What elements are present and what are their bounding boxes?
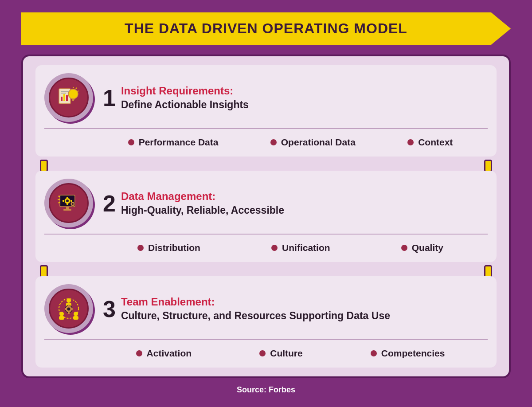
source-value: Forbes	[269, 385, 295, 394]
svg-rect-21	[70, 200, 72, 202]
row-top-1: 1 Insight Requirements: Define Actionabl…	[44, 73, 488, 122]
svg-point-4	[68, 89, 78, 99]
row-number-2: 2	[103, 192, 116, 215]
row-heading-2: 2 Data Management: High-Quality, Reliabl…	[103, 190, 284, 216]
bullet-label-2c: Quality	[412, 243, 443, 253]
bullet-item-2b: Unification	[271, 243, 330, 253]
row-top-2: 2 Data Management: High-Quality, Reliabl…	[44, 179, 488, 227]
bullet-row-2: Distribution Unification Quality	[44, 240, 488, 255]
bullet-label-3a: Activation	[147, 348, 192, 359]
svg-point-35	[67, 308, 70, 311]
bullet-item-2c: Quality	[401, 243, 443, 253]
svg-rect-3	[66, 95, 68, 101]
main-title: THE DATA DRIVEN OPERATING MODEL	[39, 20, 493, 37]
row-heading-1: 1 Insight Requirements: Define Actionabl…	[103, 85, 249, 111]
bullet-row-1: Performance Data Operational Data Contex…	[44, 134, 488, 149]
bullet-dot-1a	[128, 139, 134, 145]
row-section-1: 1 Insight Requirements: Define Actionabl…	[35, 65, 497, 157]
connector-1	[35, 161, 497, 171]
source-footer: Source: Forbes	[237, 385, 295, 395]
bullet-item-3b: Culture	[259, 348, 303, 359]
row-section-2: 2 Data Management: High-Quality, Reliabl…	[35, 171, 497, 262]
bullet-label-2a: Distribution	[148, 243, 200, 253]
svg-rect-1	[61, 97, 63, 101]
row-label-2: Data Management:	[121, 190, 284, 203]
bullet-dot-2c	[401, 245, 407, 251]
bullet-row-3: Activation Culture Competencies	[44, 345, 488, 360]
svg-rect-19	[66, 203, 68, 205]
svg-rect-18	[66, 197, 68, 199]
row-sub-2: High-Quality, Reliable, Accessible	[121, 204, 284, 216]
row-label-1: Insight Requirements:	[121, 85, 249, 97]
title-banner: THE DATA DRIVEN OPERATING MODEL	[21, 12, 511, 45]
bullet-item-3a: Activation	[136, 348, 192, 359]
svg-point-28	[66, 298, 71, 303]
divider-1	[44, 128, 488, 129]
insights-icon	[49, 78, 89, 117]
svg-point-23	[72, 203, 74, 205]
svg-rect-31	[59, 316, 64, 320]
connector-dot-right-1	[484, 160, 492, 172]
bullet-label-1a: Performance Data	[139, 137, 219, 148]
svg-rect-33	[73, 316, 78, 320]
row-text-2: Data Management: High-Quality, Reliable,…	[121, 190, 284, 216]
bullet-item-1b: Operational Data	[270, 137, 356, 148]
row-number-3: 3	[103, 297, 116, 321]
connector-dot-right-2	[484, 265, 492, 278]
svg-rect-14	[66, 207, 69, 209]
main-content: 1 Insight Requirements: Define Actionabl…	[21, 55, 511, 378]
row-heading-3: 3 Team Enablement: Culture, Structure, a…	[103, 296, 390, 322]
bullet-dot-3a	[136, 350, 142, 356]
connector-dot-left-1	[40, 160, 48, 172]
icon-circle-3	[44, 284, 93, 333]
bullet-dot-2b	[271, 245, 278, 251]
svg-rect-36	[68, 305, 70, 307]
bullet-dot-3b	[259, 350, 266, 356]
svg-point-32	[74, 312, 78, 316]
bullet-item-1a: Performance Data	[128, 137, 219, 148]
svg-rect-37	[68, 312, 70, 314]
bullet-dot-3c	[371, 350, 377, 356]
bullet-item-1c: Context	[407, 137, 453, 148]
bullet-dot-1b	[270, 139, 277, 145]
icon-circle-1	[44, 73, 93, 122]
icon-circle-2	[44, 179, 93, 227]
management-icon	[49, 183, 89, 223]
row-sub-3: Culture, Structure, and Resources Suppor…	[121, 310, 390, 322]
svg-rect-20	[63, 200, 64, 202]
svg-line-11	[78, 91, 78, 91]
svg-rect-38	[65, 308, 67, 310]
connector-dot-left-2	[40, 265, 48, 278]
source-label: Source:	[237, 385, 266, 394]
svg-line-10	[76, 88, 77, 89]
divider-2	[44, 234, 488, 235]
bullet-label-2b: Unification	[282, 243, 330, 253]
row-number-1: 1	[103, 86, 116, 110]
bullet-item-2a: Distribution	[137, 243, 200, 253]
bullet-label-1c: Context	[418, 137, 453, 148]
bullet-label-3c: Competencies	[381, 348, 445, 359]
divider-3	[44, 339, 488, 340]
row-text-1: Insight Requirements: Define Actionable …	[121, 85, 249, 111]
bullet-item-3c: Competencies	[371, 348, 445, 359]
row-top-3: 3 Team Enablement: Culture, Structure, a…	[44, 284, 488, 333]
bullet-label-1b: Operational Data	[281, 137, 356, 148]
row-sub-1: Define Actionable Insights	[121, 99, 249, 111]
svg-rect-39	[70, 308, 73, 310]
connector-2	[35, 266, 497, 276]
bullet-label-3b: Culture	[270, 348, 303, 359]
team-icon	[49, 289, 89, 329]
bullet-dot-1c	[407, 139, 414, 145]
bullet-dot-2a	[137, 245, 144, 251]
svg-rect-15	[63, 209, 71, 211]
row-label-3: Team Enablement:	[121, 296, 390, 308]
svg-point-17	[66, 200, 69, 202]
svg-rect-2	[63, 94, 65, 101]
svg-point-30	[59, 312, 64, 316]
row-text-3: Team Enablement: Culture, Structure, and…	[121, 296, 390, 322]
row-section-3: 3 Team Enablement: Culture, Structure, a…	[35, 276, 497, 368]
